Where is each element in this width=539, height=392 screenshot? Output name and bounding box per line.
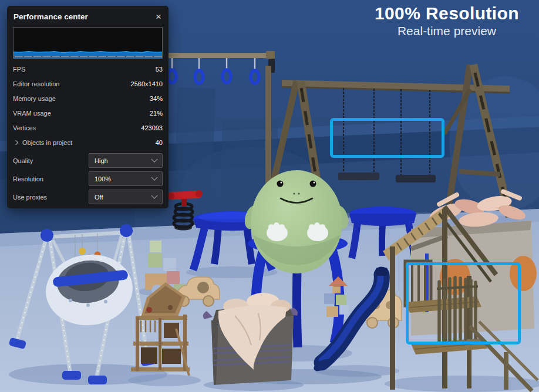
performance-center-panel: Performance center × FPS 53 Editor resol… <box>7 6 169 208</box>
panel-title: Performance center <box>14 12 88 21</box>
quality-dropdown[interactable]: High <box>89 153 163 168</box>
resolution-subtitle: Real-time preview <box>375 24 519 38</box>
chevron-down-icon <box>151 192 157 198</box>
stats-list: FPS 53 Editor resolution 2560x1410 Memor… <box>7 62 169 150</box>
use-proxies-dropdown[interactable]: Off <box>89 190 163 204</box>
stat-row-objects-in-project[interactable]: Objects in project 40 <box>13 135 163 150</box>
fps-graph <box>13 27 163 59</box>
stat-row-vram-usage: VRAM usage 21% <box>13 106 163 120</box>
selection-box-swings[interactable] <box>330 118 444 158</box>
selection-box-playhouse[interactable] <box>406 262 521 344</box>
close-icon[interactable]: × <box>156 13 161 21</box>
settings-list: Quality High Resolution 100% Use proxies… <box>7 151 169 206</box>
resolution-title: 100% Resolution <box>375 4 519 23</box>
resolution-dropdown[interactable]: 100% <box>89 171 163 186</box>
setting-row-use-proxies: Use proxies Off <box>13 188 163 206</box>
setting-row-resolution: Resolution 100% <box>13 170 163 188</box>
setting-row-quality: Quality High <box>13 151 163 170</box>
panel-header: Performance center × <box>7 6 169 25</box>
stat-row-fps: FPS 53 <box>13 62 163 76</box>
stat-row-memory-usage: Memory usage 34% <box>13 91 163 106</box>
stat-row-vertices: Vertices 423093 <box>13 120 163 135</box>
stat-row-editor-resolution: Editor resolution 2560x1410 <box>13 76 163 91</box>
viewport-3d-scene[interactable]: 100% Resolution Real-time preview Perfor… <box>0 0 539 392</box>
chevron-down-icon <box>151 156 157 162</box>
resolution-heading: 100% Resolution Real-time preview <box>375 4 519 38</box>
chevron-right-icon[interactable] <box>14 140 18 144</box>
chevron-down-icon <box>151 174 157 180</box>
